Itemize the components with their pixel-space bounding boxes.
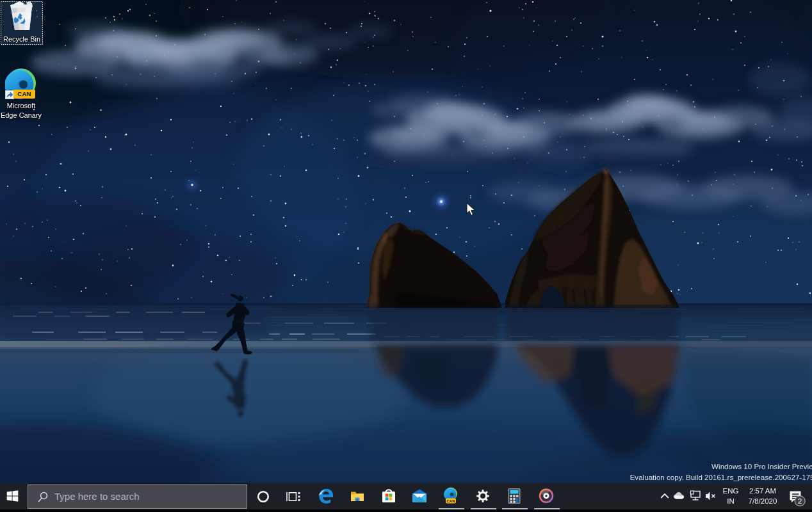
svg-text:CAN: CAN (447, 499, 455, 503)
svg-text:2: 2 (798, 497, 802, 505)
